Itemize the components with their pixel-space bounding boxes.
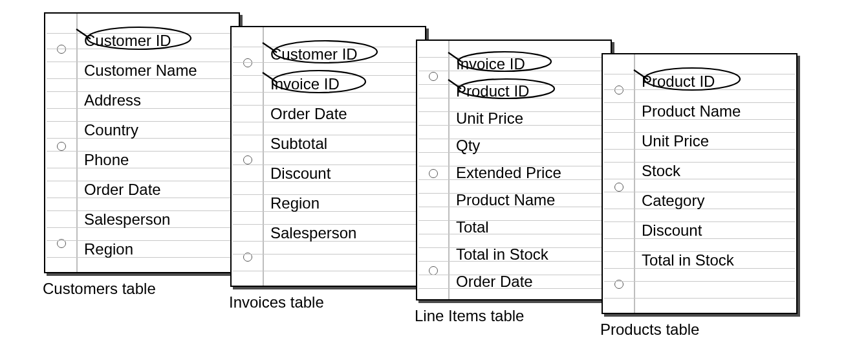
card-invoices: Customer ID Invoice ID Order Date Subtot… [230,26,426,287]
field-label: Extended Price [456,165,605,181]
field-label: Product ID [642,74,791,89]
card-caption: Customers table [43,280,156,298]
field-label: Phone [84,152,233,168]
field-label: Total in Stock [642,253,791,268]
card-caption: Line Items table [415,307,524,325]
field-label: Order Date [270,106,420,122]
card-customers: Customer ID Customer Name Address Countr… [44,12,240,273]
punch-hole-icon [243,155,252,164]
field-label: Country [84,122,233,138]
field-label: Stock [642,163,791,179]
card-products: Product ID Product Name Unit Price Stock… [602,53,797,314]
field-label: Unit Price [642,133,791,149]
diagram-stage: Customer ID Customer Name Address Countr… [0,0,868,351]
notepad-margin-line [263,27,264,286]
field-label: Salesperson [270,225,420,241]
punch-hole-icon [57,45,66,54]
punch-hole-icon [57,142,66,151]
notepad-margin-line [76,14,78,272]
field-label: Product Name [456,192,605,208]
field-label: Customer ID [84,33,233,49]
field-label: Address [84,93,233,108]
punch-hole-icon [614,183,624,192]
field-label: Region [84,242,233,257]
field-label: Region [270,196,420,211]
field-label: Customer Name [84,63,233,78]
punch-hole-icon [429,266,438,275]
field-label: Order Date [456,274,605,289]
field-label: Product Name [642,104,791,119]
field-label: Discount [270,166,420,181]
field-label: Product ID [456,84,605,99]
field-label: Customer ID [270,47,420,62]
field-label: Subtotal [270,136,420,152]
field-label: Unit Price [456,111,605,126]
field-label: Salesperson [84,212,233,227]
field-label: Total [456,220,605,235]
field-label: Order Date [84,182,233,198]
card-caption: Invoices table [229,293,324,311]
notepad-margin-line [634,54,635,313]
field-label: Invoice ID [270,76,420,92]
card-line-items: Invoice ID Product ID Unit Price Qty Ext… [416,40,612,300]
punch-hole-icon [429,169,438,178]
field-label: Total in Stock [456,247,605,262]
field-label: Discount [642,223,791,238]
card-caption: Products table [600,321,699,339]
field-label: Invoice ID [456,56,605,72]
field-label: Qty [456,138,605,153]
field-label: Category [642,193,791,209]
punch-hole-icon [614,85,624,95]
punch-hole-icon [243,58,252,67]
punch-hole-icon [429,72,438,81]
